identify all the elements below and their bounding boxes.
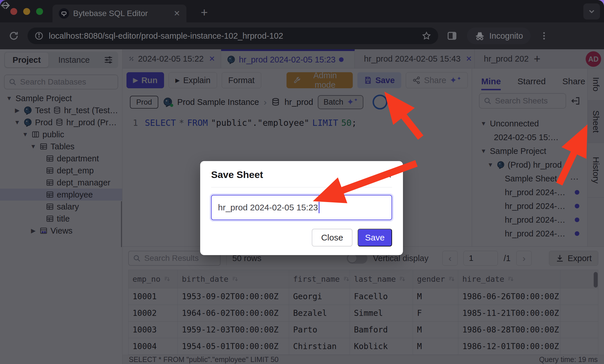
bytebase-page: Project Instance Search Databases ▼ Samp… <box>0 49 604 364</box>
modal-save-button[interactable]: Save <box>358 229 392 246</box>
modal-close-icon[interactable]: ✕ <box>385 170 392 180</box>
save-sheet-modal: Save Sheet ✕ hr_prod 2024-02-05 15:23 Cl… <box>200 161 403 255</box>
text-cursor <box>319 202 319 213</box>
browser-navbar: localhost:8080/sql-editor/prod-sample-in… <box>0 22 604 49</box>
modal-close-button[interactable]: Close <box>312 229 352 246</box>
browser-window: Bytebase SQL Editor ✕ + localhost:8080/s… <box>0 0 604 364</box>
sheet-name-input[interactable]: hr_prod 2024-02-05 15:23 <box>211 195 392 220</box>
modal-divider <box>211 187 392 187</box>
modal-title: Save Sheet <box>211 169 263 180</box>
sheet-name-value: hr_prod 2024-02-05 15:23 <box>218 203 318 212</box>
